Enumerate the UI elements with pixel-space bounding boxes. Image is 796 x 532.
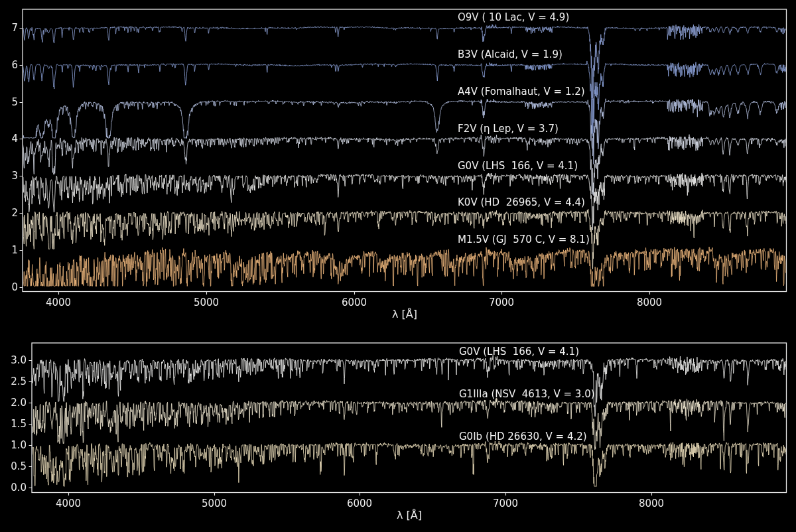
- y-tick-label: 7: [0, 22, 18, 34]
- x-tick-label: 7000: [478, 297, 525, 308]
- y-tick-label: 1.5: [0, 418, 27, 430]
- figure: O9V ( 10 Lac, V = 4.9) B3V (Alcaid, V = …: [0, 0, 796, 532]
- x-tick-label: 4000: [45, 498, 92, 509]
- series-label-g1iiia: G1IIIa (NSV 4613, V = 3.0): [459, 387, 595, 401]
- series-label-b3v: B3V (Alcaid, V = 1.9): [458, 48, 563, 61]
- y-tick-label: 0: [0, 281, 18, 293]
- y-tick-label: 3.0: [0, 354, 27, 366]
- x-tick-label: 7000: [482, 498, 529, 509]
- y-tick-label: 2.0: [0, 397, 27, 409]
- spectra-canvas: [0, 0, 796, 532]
- y-tick-label: 0.0: [0, 482, 27, 494]
- x-axis-label-top: λ [Å]: [365, 308, 444, 320]
- x-tick-label: 6000: [331, 297, 377, 308]
- y-tick-label: 2: [0, 207, 18, 219]
- series-label-g0v: G0V (LHS 166, V = 4.1): [458, 159, 578, 172]
- series-label-o9v: O9V ( 10 Lac, V = 4.9): [458, 11, 569, 24]
- y-tick-label: 1: [0, 244, 18, 256]
- series-label-a4v: A4V (Fomalhaut, V = 1.2): [458, 85, 585, 98]
- x-tick-label: 5000: [191, 498, 237, 509]
- y-tick-label: 1.0: [0, 439, 27, 451]
- x-tick-label: 8000: [628, 498, 675, 509]
- x-tick-label: 6000: [336, 498, 383, 509]
- series-label-k0v: K0V (HD 26965, V = 4.4): [458, 196, 585, 209]
- y-tick-label: 6: [0, 59, 18, 71]
- y-tick-label: 0.5: [0, 460, 27, 472]
- series-label-g0ib: G0Ib (HD 26630, V = 4.2): [459, 430, 587, 443]
- x-axis-label-bottom: λ [Å]: [369, 509, 449, 521]
- y-tick-label: 3: [0, 170, 18, 182]
- x-tick-label: 8000: [626, 297, 673, 308]
- series-label-f2v: F2V (η Lep, V = 3.7): [458, 122, 559, 135]
- x-tick-label: 5000: [183, 297, 230, 308]
- series-label-g0v-b: G0V (LHS 166, V = 4.1): [459, 345, 579, 358]
- series-label-m15v: M1.5V (GJ 570 C, V = 8.1): [458, 233, 590, 246]
- y-tick-label: 5: [0, 96, 18, 108]
- x-tick-label: 4000: [35, 297, 82, 308]
- y-tick-label: 4: [0, 133, 18, 145]
- y-tick-label: 2.5: [0, 375, 27, 387]
